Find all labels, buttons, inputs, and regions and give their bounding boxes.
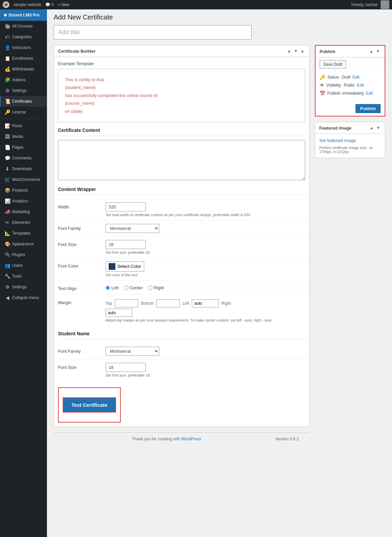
sidebar-item-pages[interactable]: 📄 Pages (0, 142, 47, 153)
sidebar-label-pages: Pages (12, 145, 23, 150)
sidebar-item-media[interactable]: 🖼 Media (0, 131, 47, 142)
sidebar-item-plugins[interactable]: 🔌 Plugins (0, 249, 47, 260)
visibility-edit-link[interactable]: Edit (357, 83, 364, 88)
publish-time-row: 📅 Publish immediately Edit (320, 91, 381, 96)
sidebar-item-marketing[interactable]: 📣 Marketing (0, 206, 47, 217)
featured-image-content: Set featured image Perfect certificate i… (315, 134, 385, 158)
sidebar-label-media: Media (12, 134, 23, 139)
color-swatch (109, 263, 115, 270)
radio-center-input[interactable] (124, 286, 128, 290)
license-icon: 🔑 (5, 109, 10, 115)
site-name-item[interactable]: sample website (13, 2, 41, 7)
new-post-item[interactable]: + New (58, 2, 69, 7)
save-draft-btn[interactable]: Save Draft (320, 60, 346, 69)
sidebar-item-withdrawals[interactable]: 💰 Withdrawals (0, 64, 47, 75)
sidebar-item-categories[interactable]: 🏷 Categories (0, 32, 47, 42)
sidebar-label-enrollments: Enrollments (12, 56, 33, 61)
visibility-row: 👁 Visibility: Public Edit (320, 83, 381, 88)
publish-box-down-btn[interactable]: ▼ (375, 48, 381, 54)
sidebar-item-settings2[interactable]: ⚙ Settings (0, 282, 47, 292)
content-area: Certificate Builder ▲ ▼ ▲ Example Templa… (54, 45, 385, 445)
sidebar-brand[interactable]: Dozent LMS Pro (0, 9, 47, 21)
sidebar-label-users: Users (12, 263, 22, 268)
publish-box-actions: ▲ ▼ (369, 48, 381, 54)
margin-right-input[interactable] (106, 309, 132, 317)
sidebar-item-products[interactable]: 📦 Products (0, 185, 47, 196)
font-size-row: Font Size Set font size, preferable 18 (58, 237, 305, 258)
products-icon: 📦 (5, 188, 10, 193)
comment-count-item[interactable]: 💬 0 (45, 2, 54, 7)
radio-left-input[interactable] (106, 286, 110, 290)
wp-logo-item[interactable]: W (3, 1, 9, 8)
color-picker-btn[interactable]: Select Color (106, 261, 144, 272)
text-align-label: Text Align (58, 284, 102, 291)
image-hint: Perfect certificate image size : w-1704p… (319, 146, 381, 154)
sidebar-item-posts[interactable]: 📝 Posts (0, 120, 47, 131)
margin-right-label: Right (221, 301, 231, 306)
sidebar-item-woocommerce[interactable]: 🛒 WooCommerce (0, 174, 47, 185)
margin-bottom-input[interactable] (156, 299, 180, 307)
margin-top-label: Top (106, 301, 112, 306)
sidebar-item-license[interactable]: 🔑 License (0, 107, 47, 117)
sidebar-item-elementor[interactable]: ✏ Elementor (0, 217, 47, 228)
radio-left[interactable]: Left (106, 285, 119, 290)
sidebar-item-certificates[interactable]: 📜 Certificates (0, 96, 47, 107)
sidebar-label-products: Products (12, 188, 28, 193)
publish-btn[interactable]: Publish (355, 104, 381, 113)
sn-font-size-input[interactable] (106, 363, 146, 372)
student-name-label: Student Name (58, 331, 305, 339)
publish-time-value: immediately (342, 91, 364, 96)
font-color-row: Font Color Select Color Set color of the… (58, 258, 305, 281)
cert-builder-toggle-btn[interactable]: ▲ (300, 48, 305, 54)
sidebar-item-all-courses[interactable]: 📚 All Courses (0, 21, 47, 32)
margin-left-input[interactable] (192, 299, 219, 307)
sidebar-label-templates: Templates (12, 231, 31, 236)
cert-builder-down-btn[interactable]: ▼ (293, 48, 298, 54)
font-color-label: Font Color (58, 261, 102, 268)
sn-font-family-select[interactable]: Montserrat Arial Georgia Verdana (106, 347, 159, 356)
sidebar-item-templates[interactable]: 📐 Templates (0, 228, 47, 239)
sidebar-item-tools[interactable]: 🔧 Tools (0, 271, 47, 282)
sidebar-item-comments[interactable]: 💬 Comments (0, 153, 47, 163)
radio-right-input[interactable] (148, 286, 153, 290)
sidebar-item-collapse[interactable]: ◀ Collapse menu (0, 292, 47, 303)
sidebar: Dozent LMS Pro 📚 All Courses 🏷 Categorie… (0, 9, 47, 537)
cert-builder-actions: ▲ ▼ ▲ (286, 48, 305, 54)
featured-image-up-btn[interactable]: ▲ (369, 125, 374, 131)
cert-content-textarea[interactable] (58, 140, 305, 180)
sidebar-item-enrollments[interactable]: 📋 Enrollments (0, 53, 47, 64)
featured-image-down-btn[interactable]: ▼ (376, 125, 381, 131)
sn-font-family-row: Font Family Montserrat Arial Georgia Ver… (58, 343, 305, 359)
cert-builder-up-btn[interactable]: ▲ (286, 48, 292, 54)
sidebar-item-downloads[interactable]: ⬇ Downloads (0, 163, 47, 174)
font-size-input[interactable] (106, 240, 146, 249)
test-certificate-btn[interactable]: Test Certificate (63, 397, 116, 412)
new-label: + New (58, 2, 69, 7)
radio-center[interactable]: Center (124, 285, 143, 290)
sidebar-label-certificates: Certificates (12, 99, 32, 104)
sidebar-item-appearance[interactable]: 🎨 Appearance (0, 239, 47, 249)
status-edit-link[interactable]: Edit (352, 75, 359, 80)
sidebar-item-settings[interactable]: ⚙ Settings (0, 85, 47, 96)
radio-right[interactable]: Right (148, 285, 164, 290)
sidebar-item-analytics[interactable]: 📊 Analytics (0, 196, 47, 206)
visibility-value: Public (344, 83, 355, 88)
cert-builder-title: Certificate Builder (58, 49, 96, 54)
publish-time-icon: 📅 (320, 91, 325, 96)
cert-builder-header: Certificate Builder ▲ ▼ ▲ (54, 45, 309, 57)
publish-time-edit-link[interactable]: Edit (366, 91, 373, 96)
font-family-field: Montserrat Arial Georgia Verdana (106, 224, 305, 233)
publish-box-up-btn[interactable]: ▲ (369, 48, 374, 54)
set-featured-image-link[interactable]: Set featured image (319, 138, 356, 143)
width-input[interactable] (106, 202, 146, 211)
sidebar-item-instructors[interactable]: 👤 Instructors (0, 42, 47, 53)
font-family-select[interactable]: Montserrat Arial Georgia Verdana (106, 224, 159, 233)
title-input[interactable] (54, 25, 251, 40)
sidebar-item-users[interactable]: 👥 Users (0, 260, 47, 271)
footer-wp-link[interactable]: WordPress (181, 437, 201, 441)
sidebar-item-addons[interactable]: 🧩 Addons (0, 75, 47, 85)
comments-icon: 💬 (5, 155, 10, 161)
margin-top-input[interactable] (115, 299, 138, 307)
sidebar-label-tools: Tools (12, 274, 21, 279)
sn-font-size-hint: Set font size, preferable 18 (106, 373, 305, 377)
